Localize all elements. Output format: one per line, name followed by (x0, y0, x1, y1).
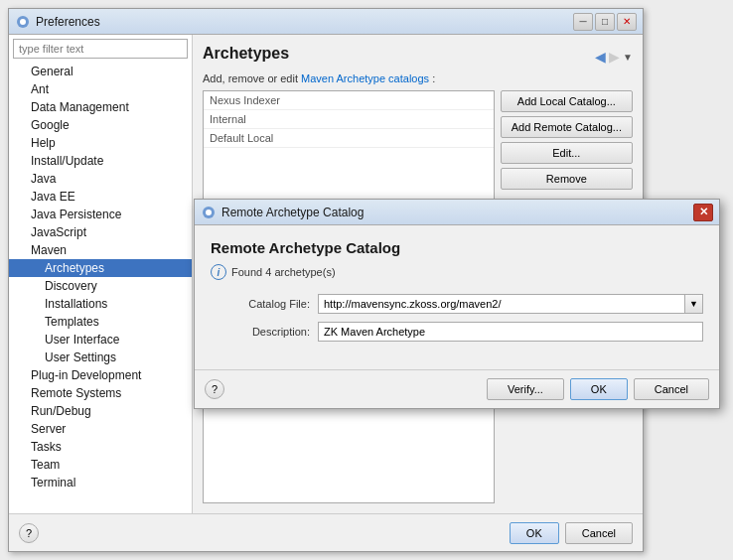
verify-button[interactable]: Verify... (487, 378, 564, 400)
catalog-list-item[interactable]: Internal (204, 110, 494, 129)
page-title: Archetypes (203, 45, 289, 63)
sidebar-item-team[interactable]: Team (9, 456, 192, 474)
filter-input[interactable] (13, 39, 188, 59)
add-remote-catalog-button[interactable]: Add Remote Catalog... (501, 116, 633, 138)
sidebar-item-server[interactable]: Server (9, 420, 192, 438)
dialog-titlebar: Remote Archetype Catalog ✕ (195, 200, 719, 225)
dialog-close-button[interactable]: ✕ (693, 204, 713, 221)
preferences-icon (15, 14, 31, 30)
sidebar-item-help[interactable]: Help (9, 134, 192, 152)
dialog-title: Remote Archetype Catalog (221, 206, 688, 219)
ok-button[interactable]: OK (510, 522, 559, 544)
edit-button[interactable]: Edit... (501, 142, 633, 164)
sidebar-item-user-interface[interactable]: User Interface (9, 331, 192, 349)
sidebar-item-run-debug[interactable]: Run/Debug (9, 402, 192, 420)
sidebar-item-plug-in-development[interactable]: Plug-in Development (9, 366, 192, 384)
info-text: Found 4 archetype(s) (231, 266, 336, 278)
cancel-button[interactable]: Cancel (565, 522, 633, 544)
dialog-info: i Found 4 archetype(s) (211, 264, 703, 280)
page-description: Add, remove or edit Maven Archetype cata… (203, 72, 633, 84)
tree-container: General Ant Data Management Google Help … (9, 63, 192, 513)
description-label: Description: (211, 326, 310, 338)
sidebar-item-data-management[interactable]: Data Management (9, 98, 192, 116)
window-footer: ? OK Cancel (9, 513, 643, 551)
svg-point-3 (206, 210, 212, 215)
catalog-file-input[interactable] (318, 294, 685, 314)
catalog-file-input-group: ▼ (318, 294, 703, 314)
help-button[interactable]: ? (19, 523, 39, 543)
dialog-footer-right: Verify... OK Cancel (487, 378, 709, 400)
catalog-list-item[interactable]: Nexus Indexer (204, 91, 494, 110)
sidebar-item-installations[interactable]: Installations (9, 295, 192, 313)
nav-menu-icon[interactable]: ▼ (623, 52, 633, 63)
sidebar-item-user-settings[interactable]: User Settings (9, 349, 192, 366)
dialog-ok-button[interactable]: OK (570, 378, 628, 400)
close-button[interactable]: ✕ (617, 13, 637, 31)
dialog-heading: Remote Archetype Catalog (211, 239, 703, 256)
dialog-footer: ? Verify... OK Cancel (195, 369, 719, 408)
sidebar-item-maven[interactable]: Maven (9, 241, 192, 259)
titlebar-buttons: ─ □ ✕ (573, 13, 637, 31)
sidebar-item-terminal[interactable]: Terminal (9, 474, 192, 491)
sidebar-item-javascript[interactable]: JavaScript (9, 223, 192, 241)
catalog-list-item[interactable]: Default Local (204, 129, 494, 148)
dialog-help-button[interactable]: ? (205, 379, 224, 399)
sidebar-item-remote-systems[interactable]: Remote Systems (9, 384, 192, 402)
dialog-cancel-button[interactable]: Cancel (634, 378, 709, 400)
catalog-file-dropdown[interactable]: ▼ (685, 294, 703, 314)
sidebar-item-install-update[interactable]: Install/Update (9, 152, 192, 170)
nav-forward-icon[interactable]: ▶ (609, 49, 620, 65)
info-icon: i (211, 264, 226, 280)
preferences-titlebar: Preferences ─ □ ✕ (9, 9, 643, 35)
maven-archetype-link[interactable]: Maven Archetype catalogs (301, 72, 429, 84)
sidebar-item-tasks[interactable]: Tasks (9, 438, 192, 456)
dialog-form: Catalog File: ▼ Description: (211, 294, 703, 342)
svg-point-1 (20, 19, 26, 25)
catalog-file-label: Catalog File: (211, 298, 310, 310)
add-local-catalog-button[interactable]: Add Local Catalog... (501, 90, 633, 112)
description-input[interactable] (318, 322, 703, 342)
remove-button[interactable]: Remove (501, 168, 633, 190)
sidebar-item-discovery[interactable]: Discovery (9, 277, 192, 295)
dialog-icon (201, 205, 217, 220)
sidebar-item-java-ee[interactable]: Java EE (9, 188, 192, 206)
maximize-button[interactable]: □ (595, 13, 615, 31)
nav-back-icon[interactable]: ◀ (595, 49, 606, 65)
sidebar-item-general[interactable]: General (9, 63, 192, 80)
titlebar-title: Preferences (36, 15, 568, 29)
sidebar-item-google[interactable]: Google (9, 116, 192, 134)
sidebar-item-java-persistence[interactable]: Java Persistence (9, 206, 192, 223)
sidebar-item-archetypes[interactable]: Archetypes (9, 259, 192, 277)
sidebar-item-java[interactable]: Java (9, 170, 192, 188)
remote-archetype-dialog: Remote Archetype Catalog ✕ Remote Archet… (194, 199, 720, 409)
sidebar: General Ant Data Management Google Help … (9, 35, 193, 513)
dialog-body: Remote Archetype Catalog i Found 4 arche… (195, 225, 719, 369)
sidebar-item-templates[interactable]: Templates (9, 313, 192, 331)
sidebar-item-ant[interactable]: Ant (9, 80, 192, 98)
minimize-button[interactable]: ─ (573, 13, 593, 31)
